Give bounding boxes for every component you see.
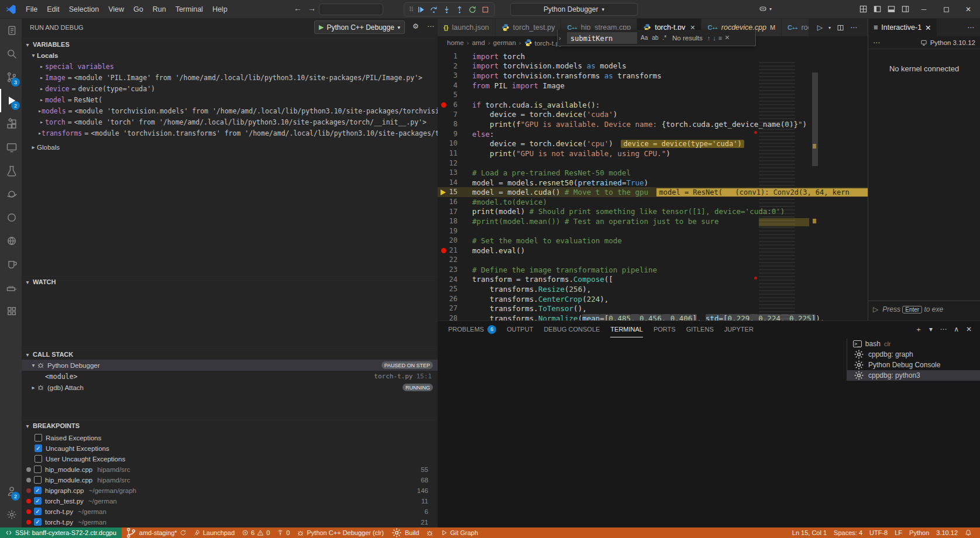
panel-tab-jupyter[interactable]: JUPYTER xyxy=(724,321,754,337)
status-encoding[interactable]: UTF-8 xyxy=(866,529,891,536)
gutter[interactable]: 18 xyxy=(438,216,472,226)
status-debug-tool[interactable] xyxy=(422,529,437,537)
status-build[interactable]: Build xyxy=(387,527,422,538)
step-out-icon[interactable] xyxy=(455,5,464,14)
breadcrumb-item[interactable]: home xyxy=(447,39,464,46)
menu-view[interactable]: View xyxy=(104,3,129,16)
breakpoint-row[interactable]: hip_module.cpphipamd/src68 xyxy=(22,474,438,485)
breakpoint-row[interactable]: ✓hipgraph.cpp~/german/graph146 xyxy=(22,485,438,496)
section-variables[interactable]: ▾VARIABLES xyxy=(22,39,438,50)
menu-file[interactable]: File xyxy=(21,3,42,16)
activity-brew-view[interactable] xyxy=(0,253,22,276)
menu-edit[interactable]: Edit xyxy=(42,3,64,16)
breakpoint-checkbox[interactable] xyxy=(34,465,42,473)
activity-run-and-debug[interactable]: 2 xyxy=(0,89,22,112)
status-debug-session[interactable]: Python C++ Debugger (clr) xyxy=(293,529,387,537)
status-language[interactable]: Python xyxy=(906,529,933,536)
panel-tab-terminal[interactable]: TERMINAL xyxy=(610,321,643,337)
close-icon[interactable]: ✕ xyxy=(925,23,931,32)
group-more-actions-icon[interactable]: ⋯ xyxy=(967,23,974,32)
breakpoint-row[interactable]: ✓Uncaught Exceptions xyxy=(22,443,438,454)
activity-snippets[interactable] xyxy=(0,299,22,323)
status-python-version[interactable]: 3.10.12 xyxy=(933,529,961,536)
menu-terminal[interactable]: Terminal xyxy=(171,3,208,16)
gutter[interactable]: 7 xyxy=(438,110,472,120)
minimize-button[interactable]: ─ xyxy=(913,0,935,19)
breakpoint-checkbox[interactable]: ✓ xyxy=(34,518,42,526)
activity-search[interactable] xyxy=(0,42,22,65)
status-git-graph[interactable]: Git Graph xyxy=(437,529,482,536)
find-input[interactable]: submitKern xyxy=(567,32,637,44)
gutter[interactable]: 3 xyxy=(438,71,472,81)
remote-indicator[interactable]: SSH: banff-cyxtera-S72-2.ctr.dcgpu xyxy=(0,527,122,538)
status-problems[interactable]: 60 xyxy=(238,529,273,536)
gutter[interactable]: 9 xyxy=(438,129,472,139)
run-cell-icon[interactable]: ▷ xyxy=(873,305,878,313)
panel-more-actions-icon[interactable]: ⋯ xyxy=(940,325,947,333)
tab-torch-test-py[interactable]: torch_test.py xyxy=(496,19,562,36)
callstack-session-python[interactable]: ▾Python DebuggerPAUSED ON STEP xyxy=(22,360,438,371)
toggle-panel-icon[interactable] xyxy=(887,5,896,13)
gutter[interactable]: 10 xyxy=(438,139,472,149)
breakpoint-checkbox[interactable] xyxy=(34,476,42,484)
customize-layout-icon[interactable] xyxy=(859,5,868,13)
code-editor[interactable]: 1import torch2import torchvision.models … xyxy=(438,49,868,320)
drag-handle-icon[interactable]: ⠿ xyxy=(409,6,412,13)
gutter[interactable]: 24 xyxy=(438,275,472,285)
gutter[interactable]: 23 xyxy=(438,265,472,275)
close-panel-icon[interactable]: ✕ xyxy=(966,325,972,333)
gutter[interactable]: 26 xyxy=(438,294,472,304)
breakpoint-row[interactable]: ✓torch_test.py~/german11 xyxy=(22,495,438,506)
tab-rocpi[interactable]: C++rocpi xyxy=(782,19,809,36)
terminal-profile-chevron-icon[interactable]: ▾ xyxy=(929,325,933,333)
run-file-icon[interactable]: ▷ xyxy=(817,23,823,32)
restart-icon[interactable] xyxy=(468,5,477,14)
variable-row[interactable]: ▸torch=<module 'torch' from '/home/amd/.… xyxy=(22,116,438,127)
nav-back-icon[interactable]: ← xyxy=(294,4,302,13)
gutter[interactable]: 20 xyxy=(438,236,472,246)
find-previous-icon[interactable]: ↑ xyxy=(707,35,711,42)
breakpoint-checkbox[interactable] xyxy=(35,434,42,442)
maximize-panel-icon[interactable]: ∧ xyxy=(954,325,959,333)
status-cursor-position[interactable]: Ln 15, Col 1 xyxy=(789,529,830,536)
menu-help[interactable]: Help xyxy=(208,3,232,16)
continue-icon[interactable] xyxy=(417,5,425,14)
activity-live-share[interactable] xyxy=(0,206,22,229)
gutter[interactable]: 16 xyxy=(438,197,472,207)
step-into-icon[interactable] xyxy=(442,5,451,14)
activity-explorer[interactable] xyxy=(0,19,22,42)
panel-tab-debug-console[interactable]: DEBUG CONSOLE xyxy=(544,321,600,337)
gutter[interactable]: 27 xyxy=(438,304,472,313)
breadcrumb-item[interactable]: amd xyxy=(472,39,485,46)
find-in-selection-icon[interactable]: ≡ xyxy=(718,35,722,42)
launch-config-dropdown[interactable]: ▶ Python C++ Debugger ▾ xyxy=(314,20,405,34)
breakpoint-checkbox[interactable] xyxy=(35,455,42,463)
gutter[interactable]: 15 xyxy=(438,187,472,197)
gutter[interactable]: 8 xyxy=(438,119,472,129)
gutter[interactable]: 22 xyxy=(438,255,472,265)
step-over-icon[interactable] xyxy=(429,5,438,14)
sidebar-more-actions-icon[interactable]: ⋯ xyxy=(427,22,434,30)
variable-row[interactable]: ▸transforms=<module 'torchvision.transfo… xyxy=(22,127,438,139)
gutter[interactable]: 12 xyxy=(438,158,472,168)
activity-accounts[interactable]: 2 xyxy=(0,480,22,503)
gutter[interactable]: 4 xyxy=(438,81,472,91)
gutter[interactable]: 1 xyxy=(438,51,472,61)
scope-locals[interactable]: ▾Locals xyxy=(22,50,438,61)
breakpoint-checkbox[interactable]: ✓ xyxy=(35,444,42,452)
scope-globals[interactable]: ▸Globals xyxy=(22,142,438,153)
terminal-item-bash[interactable]: >_bashclr xyxy=(847,339,980,349)
panel-tab-ports[interactable]: PORTS xyxy=(654,321,676,337)
find-collapse-chevron-icon[interactable]: › xyxy=(559,35,565,42)
status-git-branch[interactable]: amd-staging* xyxy=(122,527,190,538)
debug-target-dropdown[interactable]: Python Debugger ▾ xyxy=(510,3,638,16)
terminal-item-cppdbg-graph[interactable]: cppdbg: graph xyxy=(847,349,980,360)
variable-row[interactable]: ▸device=device(type='cuda') xyxy=(22,83,438,94)
status-indentation[interactable]: Spaces: 4 xyxy=(830,529,866,536)
breakpoint-row[interactable]: ✓torch-t.py~/german6 xyxy=(22,506,438,517)
panel-tab-output[interactable]: OUTPUT xyxy=(507,321,533,337)
section-breakpoints[interactable]: ▾BREAKPOINTS xyxy=(22,420,438,431)
terminal-item-cppdbg-python3[interactable]: cppdbg: python3 xyxy=(847,370,980,381)
gutter[interactable]: 6 xyxy=(438,100,472,110)
gutter[interactable]: 5 xyxy=(438,90,472,100)
